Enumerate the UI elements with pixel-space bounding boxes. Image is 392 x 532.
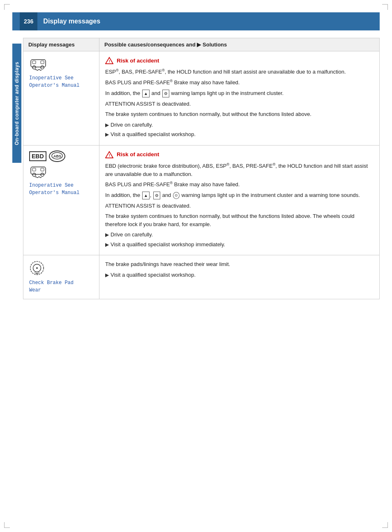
causes-cell-row2: ! Risk of accident EBD (electronic brake… xyxy=(99,145,380,255)
warning-triangle-icon-row1: ! xyxy=(105,56,113,65)
sidebar-label: On-board computer and displays xyxy=(12,44,21,163)
risk-heading-text-row1: Risk of accident xyxy=(117,58,159,64)
bullet-text: Visit a qualified specialist workshop. xyxy=(111,271,196,279)
causes-cell-row1: ! Risk of accident ESP®, BAS, PRE-SAFE®,… xyxy=(99,51,380,146)
table-row: EBD ABS xyxy=(23,145,380,255)
svg-text:!: ! xyxy=(109,60,110,63)
svg-rect-9 xyxy=(32,168,36,171)
abs-svg: ABS xyxy=(51,152,63,160)
display-label-row2: Inoperative SeeOperator's Manual xyxy=(29,182,79,197)
car-icon-row2 xyxy=(29,164,47,178)
abs-icon: ABS xyxy=(49,150,65,162)
bullet-row2-2: ▶ Visit a qualified specialist workshop … xyxy=(105,241,374,249)
svg-point-4 xyxy=(41,66,44,69)
cause-para-row2-1: EBD (electronic brake force distribution… xyxy=(105,162,374,178)
display-cell-row1: Inoperative SeeOperator's Manual xyxy=(23,51,99,146)
display-label-row3: Check Brake PadWear xyxy=(29,279,74,294)
cause-para-row1-1: ESP®, BAS, PRE-SAFE®, the HOLD function … xyxy=(105,68,374,76)
cause-para-row1-5: The brake system continues to function n… xyxy=(105,110,374,118)
bullet-row2-1: ▶ Drive on carefully. xyxy=(105,231,374,239)
svg-text:ABS: ABS xyxy=(53,154,61,158)
warning-lamp-icon-a: ▲ xyxy=(142,90,150,97)
cause-para-row2-4: ATTENTION ASSIST is deactivated. xyxy=(105,202,374,210)
display-cell-row3: Check Brake PadWear xyxy=(23,255,99,299)
svg-rect-1 xyxy=(32,61,36,64)
cause-para-row3-1: The brake pads/linings have reached thei… xyxy=(105,260,374,268)
col-header-display: Display messages xyxy=(23,38,99,51)
warning-lamp-icon-circle2: ⊙ xyxy=(173,192,180,199)
car-icon-row1 xyxy=(29,56,47,71)
warning-lamp-icon-gear2: ⚙ xyxy=(153,192,160,199)
display-messages-table: Display messages Possible causes/consequ… xyxy=(23,38,380,299)
svg-point-11 xyxy=(32,173,36,176)
bullet-row1-1: ▶ Drive on carefully. xyxy=(105,121,374,129)
cause-para-row1-3: In addition, the ▲ and ⚙ warning lamps l… xyxy=(105,89,374,97)
bullet-text: Drive on carefully. xyxy=(111,121,153,129)
bullet-text: Visit a qualified specialist workshop im… xyxy=(111,241,225,249)
cause-para-row2-2: BAS PLUS and PRE-SAFE® Brake may also ha… xyxy=(105,180,374,189)
bullet-text: Drive on carefully. xyxy=(111,231,153,239)
svg-rect-10 xyxy=(41,168,44,171)
table-row: Inoperative SeeOperator's Manual ! Risk … xyxy=(23,51,380,146)
table-row: Check Brake PadWear The brake pads/linin… xyxy=(23,255,380,299)
warning-triangle-icon-row2: ! xyxy=(105,150,113,159)
bullet-row3-1: ▶ Visit a qualified specialist workshop. xyxy=(105,271,374,279)
cause-para-row1-2: BAS PLUS and PRE-SAFE® Brake may also ha… xyxy=(105,79,374,87)
warning-lamp-icon-a2: ▲ xyxy=(142,192,150,199)
risk-heading-row1: ! Risk of accident xyxy=(105,56,374,65)
bullet-row1-2: ▶ Visit a qualified specialist workshop. xyxy=(105,130,374,139)
page-number: 236 xyxy=(20,12,37,30)
risk-heading-text-row2: Risk of accident xyxy=(117,151,159,157)
bullet-text: Visit a qualified specialist workshop. xyxy=(111,130,196,139)
col-header-causes: Possible causes/consequences and ▶ Solut… xyxy=(99,38,380,51)
svg-text:!: ! xyxy=(109,154,110,157)
icon-row-row2: EBD ABS xyxy=(29,150,65,162)
brake-pad-icon xyxy=(29,260,45,276)
svg-point-3 xyxy=(32,66,36,69)
display-icon-area-row3: Check Brake PadWear xyxy=(29,260,93,294)
table-header-row: Display messages Possible causes/consequ… xyxy=(23,38,380,51)
cause-para-row2-5: The brake system continues to function n… xyxy=(105,212,374,228)
bullet-arrow-icon: ▶ xyxy=(105,121,109,129)
svg-rect-2 xyxy=(41,61,44,64)
svg-point-16 xyxy=(36,268,38,269)
ebd-icon: EBD xyxy=(29,151,46,161)
svg-point-12 xyxy=(41,173,44,176)
corner-mark-bl xyxy=(4,522,10,528)
display-label-row1: Inoperative SeeOperator's Manual xyxy=(29,74,79,89)
warning-lamp-icon-gear: ⚙ xyxy=(162,90,169,97)
bullet-arrow-icon: ▶ xyxy=(105,131,109,138)
cause-para-row1-4: ATTENTION ASSIST is deactivated. xyxy=(105,100,374,108)
display-icon-area-row2: EBD ABS xyxy=(29,150,93,197)
cause-para-row2-3: In addition, the ▲, ⚙ and ⊙ warning lamp… xyxy=(105,191,374,199)
causes-cell-row3: The brake pads/linings have reached thei… xyxy=(99,255,380,299)
bullet-arrow-icon: ▶ xyxy=(105,271,109,279)
svg-rect-18 xyxy=(37,273,37,275)
corner-mark-tl xyxy=(4,4,10,10)
corner-mark-br xyxy=(382,522,388,528)
bullet-arrow-icon: ▶ xyxy=(105,231,109,238)
main-content: Display messages Possible causes/consequ… xyxy=(23,38,380,299)
bullet-arrow-icon: ▶ xyxy=(105,241,109,248)
display-cell-row2: EBD ABS xyxy=(23,145,99,255)
risk-heading-row2: ! Risk of accident xyxy=(105,150,374,159)
header-bar: 236 Display messages xyxy=(12,12,380,30)
page-title: Display messages xyxy=(43,18,100,25)
display-icon-area-row1: Inoperative SeeOperator's Manual xyxy=(29,56,93,89)
corner-mark-tr xyxy=(382,4,388,10)
